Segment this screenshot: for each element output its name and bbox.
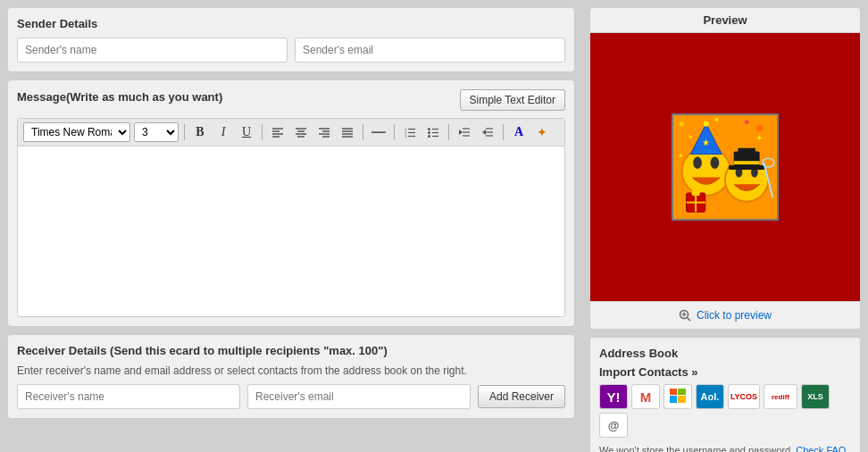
rediff-import-button[interactable]: rediff [764,384,797,409]
toolbar-separator-3 [363,124,363,140]
align-center-button[interactable] [291,122,311,142]
font-size-select[interactable]: 1 2 3 4 5 6 7 [134,122,179,142]
other-icon: @ [608,419,620,432]
receiver-fields-row: Add Receiver [17,384,565,409]
receiver-details-title: Receiver Details (Send this ecard to mul… [17,344,565,357]
preview-footer: Click to preview [590,301,860,329]
sender-details-title: Sender Details [17,17,565,30]
svg-point-45 [711,156,720,169]
address-book-title: Address Book [599,347,851,360]
preview-image-area: ★ ✦ ✦ [590,33,860,301]
svg-text:3.: 3. [405,134,407,138]
aol-icon: Aol. [701,391,720,402]
aol-import-button[interactable]: Aol. [696,384,724,409]
lycos-icon: LYCOS [730,392,757,401]
svg-rect-56 [739,148,755,155]
svg-point-41 [689,135,692,138]
magnify-icon [679,309,691,322]
contacts-note: We won't store the username and password… [599,445,851,452]
svg-point-37 [680,121,685,127]
toolbar-separator-5 [448,124,449,140]
windows-import-button[interactable] [664,384,692,409]
preview-box: Preview [589,7,861,330]
lycos-import-button[interactable]: LYCOS [728,384,760,409]
preview-card-image: ★ ✦ ✦ [672,113,779,221]
import-contacts-link[interactable]: Import Contacts » [599,365,698,379]
click-to-preview-link[interactable]: Click to preview [697,309,772,322]
font-color-button[interactable]: A [509,122,529,142]
xls-icon: XLS [807,392,823,401]
svg-point-26 [428,135,430,138]
receiver-details-section: Receiver Details (Send this ecard to mul… [7,334,575,419]
justify-button[interactable] [338,122,357,142]
gmail-import-button[interactable]: M [631,384,660,409]
xls-import-button[interactable]: XLS [801,384,830,409]
yahoo-icon: Y! [607,389,621,405]
message-title: Message(Write as much as you want) [17,90,222,104]
ordered-list-button[interactable]: 1. 2. 3. [400,122,420,142]
message-editor[interactable] [18,146,564,316]
svg-point-44 [693,156,702,169]
sender-name-input[interactable] [17,38,288,63]
svg-rect-57 [734,161,760,164]
svg-text:★: ★ [702,138,710,147]
align-right-button[interactable] [314,122,334,142]
contacts-note-text: We won't store the username and password… [599,445,793,452]
svg-marker-32 [482,130,486,135]
preview-title: Preview [590,8,860,33]
sender-email-input[interactable] [295,38,565,63]
svg-rect-73 [678,389,686,395]
svg-line-69 [687,318,690,322]
font-family-select[interactable]: Times New Roman Arial Verdana Georgia Co… [23,122,130,142]
svg-rect-75 [678,396,686,403]
check-faq-link[interactable]: Check FAQ [796,445,846,452]
unordered-list-button[interactable] [423,122,443,142]
svg-rect-55 [729,165,765,170]
svg-marker-28 [459,130,463,135]
svg-point-48 [704,121,709,127]
address-book-section: Address Book Import Contacts » Y! M [589,337,861,452]
svg-point-22 [428,128,430,130]
editor-toolbar: Times New Roman Arial Verdana Georgia Co… [18,119,564,146]
toolbar-separator-6 [503,124,504,140]
outdent-button[interactable] [455,122,474,142]
underline-button[interactable]: U [237,122,256,142]
highlight-button[interactable]: ✦ [532,122,552,142]
right-column: Preview [582,0,868,452]
editor-wrapper: Times New Roman Arial Verdana Georgia Co… [17,118,565,317]
svg-point-39 [714,118,718,121]
svg-point-40 [745,120,749,124]
import-contacts-label: Import Contacts » [599,365,851,379]
svg-text:✦: ✦ [755,133,763,143]
sender-fields-row [17,38,565,63]
message-section: Message(Write as much as you want) Simpl… [7,80,575,327]
rediff-icon: rediff [772,393,789,401]
add-receiver-button[interactable]: Add Receiver [478,385,565,408]
indent-button[interactable] [478,122,497,142]
svg-point-38 [756,125,764,132]
svg-text:✦: ✦ [678,152,684,160]
contacts-icons-row: Y! M Aol. [599,384,851,438]
bold-button[interactable]: B [190,122,210,142]
receiver-subtitle: Enter receiver's name and email address … [17,364,565,377]
other-import-button[interactable]: @ [599,413,628,438]
svg-rect-74 [670,396,677,403]
gmail-icon: M [640,389,652,405]
simple-text-editor-button[interactable]: Simple Text Editor [460,89,566,111]
svg-rect-72 [670,389,677,395]
toolbar-separator-4 [394,124,395,140]
sender-details-section: Sender Details [7,7,575,72]
yahoo-import-button[interactable]: Y! [599,384,628,409]
horizontal-rule-button[interactable]: — [369,122,388,142]
receiver-name-input[interactable] [17,384,240,409]
italic-button[interactable]: I [213,122,233,142]
toolbar-separator-2 [262,124,263,140]
receiver-email-input[interactable] [247,384,471,409]
message-header: Message(Write as much as you want) Simpl… [17,89,565,111]
toolbar-separator-1 [184,124,185,140]
svg-point-24 [428,131,430,134]
windows-icon [670,389,686,405]
align-left-button[interactable] [268,122,288,142]
